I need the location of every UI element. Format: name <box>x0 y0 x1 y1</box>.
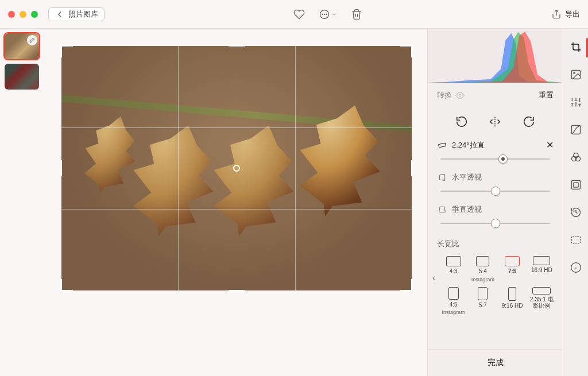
straighten-reset-icon[interactable]: ✕ <box>546 139 554 150</box>
color-channel-icon[interactable] <box>569 150 583 164</box>
crop-handle-bottom-left[interactable] <box>60 279 73 292</box>
v-perspective-label: 垂直透视 <box>452 204 482 215</box>
v-perspective-slider[interactable] <box>440 217 550 230</box>
back-to-library-button[interactable]: 照片图库 <box>48 7 105 21</box>
h-perspective-label: 水平透视 <box>452 172 482 183</box>
straighten-icon <box>437 141 447 150</box>
crop-handle-right[interactable] <box>411 160 413 176</box>
svg-rect-25 <box>571 181 580 189</box>
rotate-left-icon[interactable] <box>455 115 468 128</box>
export-button[interactable]: 导出 <box>551 9 580 20</box>
svg-marker-8 <box>439 175 444 181</box>
thumbnail-2[interactable] <box>5 64 39 90</box>
crop-handle-bottom[interactable] <box>229 290 245 292</box>
transform-section-title: 转换 <box>437 90 452 100</box>
done-button[interactable]: 完成 <box>428 349 563 376</box>
svg-marker-9 <box>439 207 446 212</box>
visibility-eye-icon[interactable] <box>455 91 465 100</box>
aspect-ratio-option[interactable]: 16:9 HD <box>529 255 555 284</box>
crop-canvas[interactable] <box>46 29 427 376</box>
h-perspective-slider-thumb[interactable] <box>491 187 500 196</box>
crop-handle-left[interactable] <box>60 160 62 176</box>
aspect-ratio-title: 长宽比 <box>434 235 557 253</box>
adjust-sliders-icon[interactable] <box>569 95 583 109</box>
back-label: 照片图库 <box>68 9 98 20</box>
crop-handle-bottom-right[interactable] <box>400 279 413 292</box>
svg-rect-27 <box>571 237 580 243</box>
aspect-ratio-option[interactable]: 9:16 HD <box>500 286 525 317</box>
more-ellipsis-icon <box>319 9 330 20</box>
h-perspective-icon <box>437 173 447 182</box>
rotate-right-icon[interactable] <box>523 115 535 128</box>
favorite-heart-icon[interactable] <box>293 9 305 20</box>
editing-badge-icon <box>27 35 37 45</box>
aspect-ratio-option[interactable]: 2.35:1 电影比例 <box>529 286 555 317</box>
crop-handle-top-right[interactable] <box>400 45 413 57</box>
crop-handle-top[interactable] <box>229 45 245 46</box>
aspect-ratio-option[interactable]: 7:5 <box>500 255 525 284</box>
svg-point-2 <box>324 14 325 14</box>
chevron-down-icon <box>331 11 337 17</box>
flip-horizontal-icon[interactable] <box>489 115 501 128</box>
svg-rect-7 <box>439 143 446 148</box>
more-actions-button[interactable] <box>319 9 337 20</box>
crop-handle-top-left[interactable] <box>60 45 73 57</box>
trash-icon[interactable] <box>351 9 362 20</box>
v-perspective-slider-thumb[interactable] <box>491 219 500 228</box>
thumbnail-strip <box>0 29 46 376</box>
chevron-left-icon <box>55 9 65 20</box>
minimize-window-button[interactable] <box>20 11 26 18</box>
image-tool-icon[interactable] <box>569 68 583 82</box>
edit-tool-strip <box>563 29 588 376</box>
curves-tool-icon[interactable] <box>569 123 583 137</box>
watermark-tool-icon[interactable] <box>569 233 583 247</box>
aspect-ratio-grid: 4:35:4Instagram7:516:9 HD4:5Instagram5:7… <box>434 253 557 316</box>
straighten-slider[interactable] <box>440 153 550 165</box>
aspect-ratio-option[interactable]: 4:5Instagram <box>440 286 466 317</box>
v-perspective-icon <box>437 205 447 214</box>
history-icon[interactable] <box>569 206 583 219</box>
ratio-prev-button[interactable] <box>430 274 438 282</box>
svg-rect-26 <box>573 183 578 187</box>
thumbnail-1[interactable] <box>5 33 39 59</box>
h-perspective-slider[interactable] <box>440 185 550 197</box>
vignette-tool-icon[interactable] <box>569 178 583 192</box>
straighten-value: 2.24°拉直 <box>452 140 485 150</box>
fullscreen-window-button[interactable] <box>31 11 38 18</box>
histogram <box>428 29 563 83</box>
close-window-button[interactable] <box>8 11 15 18</box>
crop-center-marker <box>233 165 240 172</box>
svg-point-11 <box>573 72 575 73</box>
straighten-slider-thumb[interactable] <box>498 154 508 164</box>
export-icon <box>551 9 562 20</box>
export-label: 导出 <box>565 9 580 20</box>
aspect-ratio-option[interactable]: 5:7 <box>470 286 496 317</box>
aspect-ratio-option[interactable]: 4:3 <box>440 255 466 284</box>
aspect-ratio-option[interactable]: 5:4Instagram <box>470 255 496 284</box>
window-controls[interactable] <box>8 11 38 18</box>
svg-point-3 <box>326 14 327 14</box>
crop-tool-icon[interactable] <box>569 40 583 54</box>
svg-point-5 <box>459 94 461 96</box>
info-icon[interactable] <box>569 261 583 274</box>
reset-button[interactable]: 重置 <box>539 90 554 100</box>
svg-point-1 <box>322 14 323 14</box>
